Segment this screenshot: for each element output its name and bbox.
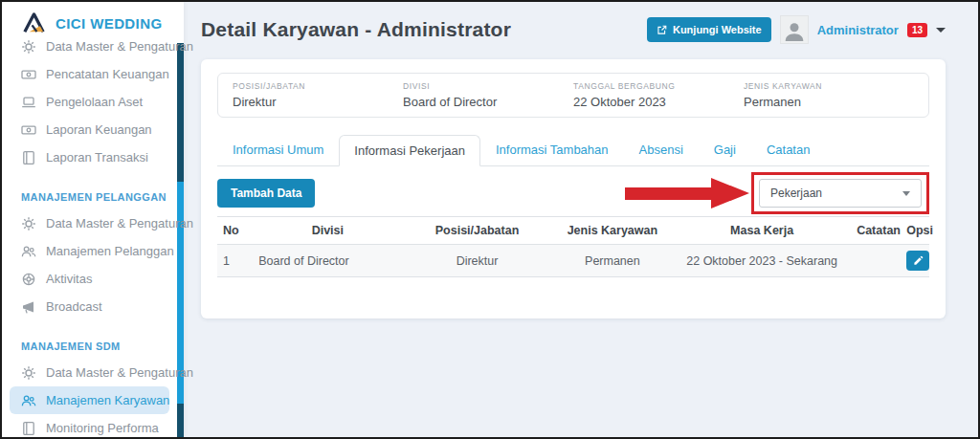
chevron-down-icon[interactable] bbox=[936, 28, 946, 33]
field-label: POSISI/JABATAN bbox=[233, 81, 403, 91]
notification-badge[interactable]: 13 bbox=[907, 23, 927, 37]
page-title: Detail Karyawan - Administrator bbox=[201, 18, 511, 41]
megaphone-icon bbox=[21, 299, 36, 315]
edit-row-button[interactable] bbox=[906, 251, 929, 271]
user-name[interactable]: Administrator bbox=[817, 23, 899, 37]
sidebar-item-data-master-pengaturan-pelanggan[interactable]: Data Master & Pengaturan bbox=[2, 209, 177, 237]
sidebar-item-data-master-pengaturan-sdm[interactable]: Data Master & Pengaturan bbox=[2, 359, 177, 386]
users-icon bbox=[21, 393, 36, 408]
cell-posisi: Direktur bbox=[402, 245, 551, 277]
sidebar-menu: Data Master & Pengaturan Pencatatan Keua… bbox=[2, 33, 177, 439]
sidebar-item-label: Broadcast bbox=[46, 299, 102, 314]
table-row: 1 Board of Director Direktur Permanen 22… bbox=[217, 245, 929, 277]
sidebar-item-laporan-keuangan[interactable]: Laporan Keuangan bbox=[2, 116, 177, 143]
tab-informasi-umum[interactable]: Informasi Umum bbox=[217, 134, 339, 165]
cell-catatan bbox=[851, 245, 901, 277]
category-select-value: Pekerjaan bbox=[770, 187, 822, 200]
annotation-highlight-box: Pekerjaan bbox=[751, 172, 929, 214]
tab-informasi-tambahan[interactable]: Informasi Tambahan bbox=[480, 134, 624, 165]
users-icon bbox=[21, 244, 36, 259]
sidebar-item-manajemen-pelanggan[interactable]: Manajemen Pelanggan bbox=[2, 237, 177, 265]
sidebar-item-aktivitas[interactable]: Aktivitas bbox=[2, 265, 177, 293]
cell-no: 1 bbox=[217, 245, 253, 277]
col-header-masa: Masa Kerja bbox=[673, 217, 851, 245]
toolbar: Tambah Data Pekerjaan bbox=[217, 174, 929, 212]
sidebar-item-label: Laporan Transaksi bbox=[46, 150, 148, 165]
sidebar-section-manajemen-sdm: MANAJEMEN SDM bbox=[2, 334, 177, 359]
cell-opsi bbox=[901, 245, 929, 277]
brand-logo[interactable]: CICI WEDDING bbox=[2, 2, 177, 38]
pencil-icon bbox=[913, 255, 924, 266]
external-link-icon bbox=[657, 25, 667, 35]
employee-summary: POSISI/JABATAN Direktur DIVISI Board of … bbox=[217, 73, 929, 118]
main-area: Detail Karyawan - Administrator Kunjungi… bbox=[184, 2, 978, 437]
annotation-arrow-head bbox=[711, 178, 749, 209]
topbar-right: Kunjungi Website Administrator 13 bbox=[647, 15, 946, 44]
sidebar-item-label: Manajemen Pelanggan bbox=[46, 244, 174, 258]
sidebar-item-monitoring-performa[interactable]: Monitoring Performa bbox=[2, 414, 177, 439]
sidebar-item-manajemen-karyawan[interactable]: Manajemen Karyawan bbox=[10, 386, 169, 414]
sidebar-item-pengelolaan-aset[interactable]: Pengelolaan Aset bbox=[2, 88, 177, 116]
cell-jenis: Permanen bbox=[552, 245, 673, 277]
sidebar-item-label: Manajemen Karyawan bbox=[46, 393, 169, 407]
field-value: Direktur bbox=[233, 95, 403, 109]
field-label: JENIS KARYAWAN bbox=[744, 81, 914, 91]
field-value: 22 Oktober 2023 bbox=[573, 95, 744, 109]
brand-logo-icon bbox=[21, 11, 47, 36]
visit-website-button[interactable]: Kunjungi Website bbox=[647, 17, 771, 42]
col-header-opsi: Opsi bbox=[901, 217, 929, 245]
col-header-divisi: Divisi bbox=[253, 217, 402, 245]
summary-field-jenis-karyawan: JENIS KARYAWAN Permanen bbox=[744, 81, 914, 109]
summary-field-divisi: DIVISI Board of Director bbox=[403, 81, 573, 109]
tab-absensi[interactable]: Absensi bbox=[624, 134, 699, 165]
sidebar-item-label: Data Master & Pengaturan bbox=[46, 39, 193, 54]
sidebar-item-laporan-transaksi[interactable]: Laporan Transaksi bbox=[2, 143, 177, 171]
annotation-arrow bbox=[625, 187, 711, 200]
category-select[interactable]: Pekerjaan bbox=[759, 179, 922, 208]
field-label: TANGGAL BERGABUNG bbox=[573, 81, 744, 91]
sidebar-item-label: Data Master & Pengaturan bbox=[46, 216, 193, 230]
sidebar-item-label: Laporan Keuangan bbox=[46, 122, 152, 137]
person-icon bbox=[783, 20, 806, 43]
sidebar-item-label: Pencatatan Keuangan bbox=[46, 67, 169, 81]
tab-gaji[interactable]: Gaji bbox=[699, 134, 751, 165]
field-value: Board of Director bbox=[403, 95, 573, 109]
avatar[interactable] bbox=[780, 15, 809, 44]
col-header-posisi: Posisi/Jabatan bbox=[402, 217, 551, 245]
gear-icon bbox=[21, 216, 36, 231]
sidebar-item-pencatatan-keuangan[interactable]: Pencatatan Keuangan bbox=[2, 60, 177, 88]
sidebar-item-label: Data Master & Pengaturan bbox=[46, 365, 193, 380]
summary-field-tanggal-bergabung: TANGGAL BERGABUNG 22 Oktober 2023 bbox=[573, 81, 744, 109]
banknote-icon bbox=[21, 67, 36, 82]
col-header-catatan: Catatan bbox=[851, 217, 901, 245]
col-header-jenis: Jenis Karyawan bbox=[552, 217, 673, 245]
sidebar: Data Master & Pengaturan Pencatatan Keua… bbox=[2, 2, 184, 437]
visit-website-label: Kunjungi Website bbox=[673, 24, 762, 35]
field-value: Permanen bbox=[744, 95, 914, 109]
sidebar-item-label: Aktivitas bbox=[46, 272, 92, 286]
table-header-row: No Divisi Posisi/Jabatan Jenis Karyawan … bbox=[217, 217, 929, 245]
summary-field-posisi: POSISI/JABATAN Direktur bbox=[233, 81, 403, 109]
banknote-icon bbox=[21, 122, 36, 138]
detail-tabs: Informasi Umum Informasi Pekerjaan Infor… bbox=[217, 134, 929, 166]
sidebar-item-broadcast[interactable]: Broadcast bbox=[2, 293, 177, 320]
annotation-group: Pekerjaan bbox=[625, 172, 929, 214]
gear-icon bbox=[21, 365, 36, 381]
jobs-table: No Divisi Posisi/Jabatan Jenis Karyawan … bbox=[217, 216, 929, 277]
tab-catatan[interactable]: Catatan bbox=[751, 134, 826, 165]
cell-masa: 22 Oktober 2023 - Sekarang bbox=[673, 245, 851, 277]
tab-informasi-pekerjaan[interactable]: Informasi Pekerjaan bbox=[339, 135, 480, 166]
add-data-button[interactable]: Tambah Data bbox=[217, 179, 315, 208]
sidebar-section-manajemen-pelanggan: MANAJEMEN PELANGGAN bbox=[2, 185, 177, 209]
sidebar-item-label: Pengelolaan Aset bbox=[46, 95, 143, 109]
cell-divisi: Board of Director bbox=[253, 245, 402, 277]
book-icon bbox=[21, 421, 36, 436]
laptop-icon bbox=[21, 95, 36, 110]
brand-name: CICI WEDDING bbox=[56, 15, 162, 32]
topbar: Detail Karyawan - Administrator Kunjungi… bbox=[184, 2, 978, 57]
field-label: DIVISI bbox=[403, 81, 573, 91]
gear-icon bbox=[21, 39, 36, 55]
book-icon bbox=[21, 150, 36, 165]
sidebar-item-label: Monitoring Performa bbox=[46, 421, 159, 435]
employee-detail-card: POSISI/JABATAN Direktur DIVISI Board of … bbox=[201, 59, 946, 318]
